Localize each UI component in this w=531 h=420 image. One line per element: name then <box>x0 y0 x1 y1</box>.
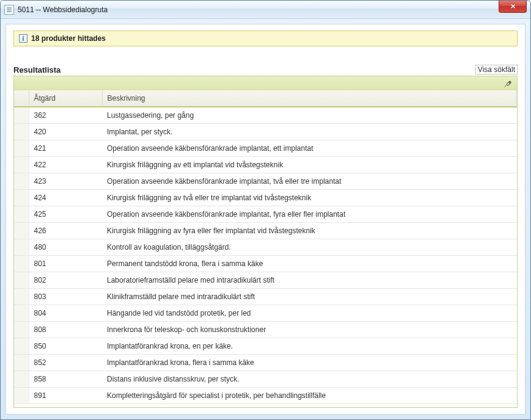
row-code: 850 <box>29 338 102 355</box>
app-icon <box>4 5 14 15</box>
row-code: 852 <box>29 355 102 371</box>
table-row[interactable]: 423Operation avseende käkbensförankrade … <box>14 173 517 190</box>
row-selector[interactable] <box>14 206 29 223</box>
table-row[interactable]: 480Kontroll av koagulation, tilläggsåtgä… <box>14 239 517 256</box>
row-code: 422 <box>29 157 102 173</box>
row-desc: Lustgassedering, per gång <box>102 107 517 124</box>
table-row[interactable]: 858Distans inklusive distansskruv, per s… <box>14 371 517 388</box>
row-desc: Operation avseende käkbensförankrade imp… <box>102 206 517 223</box>
row-desc: Laboratorieframställd pelare med intrara… <box>102 272 517 289</box>
row-code: 480 <box>29 239 102 256</box>
row-code: 804 <box>29 305 102 322</box>
row-desc: Klinikframställd pelare med intraradikul… <box>102 289 517 305</box>
row-code: 808 <box>29 322 102 338</box>
titlebar[interactable]: 5011 -- Webbsidedialogruta ✕ <box>1 1 530 19</box>
row-desc: Hängande led vid tandstödd protetik, per… <box>102 305 517 322</box>
row-selector[interactable] <box>14 322 29 338</box>
row-selector[interactable] <box>14 388 29 404</box>
row-desc: Implantat, per styck. <box>102 124 517 140</box>
row-desc: Implantatförankrad krona, en per käke. <box>102 338 517 355</box>
row-selector[interactable] <box>14 338 29 355</box>
settings-icon[interactable] <box>504 79 512 88</box>
row-selector[interactable] <box>14 107 29 124</box>
table-row[interactable]: 425Operation avseende käkbensförankrade … <box>14 206 517 223</box>
info-bar: i 18 produkter hittades <box>13 31 518 46</box>
row-code: 420 <box>29 124 102 140</box>
row-code: 858 <box>29 371 102 388</box>
table-row[interactable]: 852Implantatförankrad krona, flera i sam… <box>14 355 517 371</box>
row-code: 424 <box>29 190 102 206</box>
row-desc: Kirurgisk friläggning av fyra eller fler… <box>102 223 517 239</box>
row-desc: Kirurgisk friläggning av ett implantat v… <box>102 157 517 173</box>
row-selector[interactable] <box>14 124 29 140</box>
row-desc: Permanent tandstödd krona, flera i samma… <box>102 256 517 272</box>
table-row[interactable]: 850Implantatförankrad krona, en per käke… <box>14 338 517 355</box>
row-desc: Implantatförankrad krona, flera i samma … <box>102 355 517 371</box>
row-desc: Kirurgisk friläggning av två eller tre i… <box>102 190 517 206</box>
column-desc[interactable]: Beskrivning <box>102 90 517 107</box>
table-row[interactable]: 804Hängande led vid tandstödd protetik, … <box>14 305 517 322</box>
row-selector[interactable] <box>14 190 29 206</box>
table-header-row: Åtgärd Beskrivning <box>14 90 517 107</box>
table-row[interactable]: 808Innerkrona för teleskop- och konuskon… <box>14 322 517 338</box>
table-row[interactable]: 426Kirurgisk friläggning av fyra eller f… <box>14 223 517 239</box>
show-search-link[interactable]: Visa sökfält <box>475 65 518 74</box>
result-header: Resultatlista Visa sökfält <box>13 65 518 74</box>
table-row[interactable]: 424Kirurgisk friläggning av två eller tr… <box>14 190 517 206</box>
row-selector[interactable] <box>14 140 29 157</box>
row-selector[interactable] <box>14 239 29 256</box>
row-selector[interactable] <box>14 272 29 289</box>
row-selector[interactable] <box>14 256 29 272</box>
table-row[interactable]: 803Klinikframställd pelare med intraradi… <box>14 289 517 305</box>
info-icon: i <box>19 34 27 43</box>
row-desc: Kompletteringsåtgärd för specialist i pr… <box>102 388 517 404</box>
column-code[interactable]: Åtgärd <box>29 90 102 107</box>
row-code: 425 <box>29 206 102 223</box>
toolbar-strip <box>13 76 518 90</box>
row-code: 421 <box>29 140 102 157</box>
table-row[interactable]: 421Operation avseende käkbensförankrade … <box>14 140 517 157</box>
row-selector[interactable] <box>14 355 29 371</box>
close-icon: ✕ <box>510 2 516 10</box>
row-selector[interactable] <box>14 305 29 322</box>
row-selector[interactable] <box>14 371 29 388</box>
content-area: i 18 produkter hittades Resultatlista Vi… <box>5 24 526 415</box>
row-code: 803 <box>29 289 102 305</box>
window-title: 5011 -- Webbsidedialogruta <box>18 5 108 14</box>
close-button[interactable]: ✕ <box>499 1 527 13</box>
row-desc: Distans inklusive distansskruv, per styc… <box>102 371 517 388</box>
info-message: 18 produkter hittades <box>31 34 106 43</box>
row-desc: Operation avseende käkbensförankrade imp… <box>102 173 517 190</box>
row-selector[interactable] <box>14 173 29 190</box>
row-desc: Innerkrona för teleskop- och konuskonstr… <box>102 322 517 338</box>
row-selector[interactable] <box>14 223 29 239</box>
result-title: Resultatlista <box>13 65 60 74</box>
table-row[interactable]: 422Kirurgisk friläggning av ett implanta… <box>14 157 517 173</box>
row-code: 423 <box>29 173 102 190</box>
table-row[interactable]: 801Permanent tandstödd krona, flera i sa… <box>14 256 517 272</box>
row-code: 362 <box>29 107 102 124</box>
row-code: 891 <box>29 388 102 404</box>
row-selector[interactable] <box>14 157 29 173</box>
table-row[interactable]: 802Laboratorieframställd pelare med intr… <box>14 272 517 289</box>
table-row[interactable]: 891Kompletteringsåtgärd för specialist i… <box>14 388 517 404</box>
result-table-wrap: Åtgärd Beskrivning 362Lustgassedering, p… <box>13 90 518 408</box>
dialog-window: 5011 -- Webbsidedialogruta ✕ i 18 produk… <box>0 0 531 420</box>
result-table: Åtgärd Beskrivning 362Lustgassedering, p… <box>14 90 517 404</box>
row-desc: Kontroll av koagulation, tilläggsåtgärd. <box>102 239 517 256</box>
table-row[interactable]: 420Implantat, per styck. <box>14 124 517 140</box>
row-selector[interactable] <box>14 289 29 305</box>
row-code: 426 <box>29 223 102 239</box>
table-row[interactable]: 362Lustgassedering, per gång <box>14 107 517 124</box>
row-code: 802 <box>29 272 102 289</box>
column-selector[interactable] <box>14 90 29 107</box>
row-code: 801 <box>29 256 102 272</box>
row-desc: Operation avseende käkbensförankrade imp… <box>102 140 517 157</box>
